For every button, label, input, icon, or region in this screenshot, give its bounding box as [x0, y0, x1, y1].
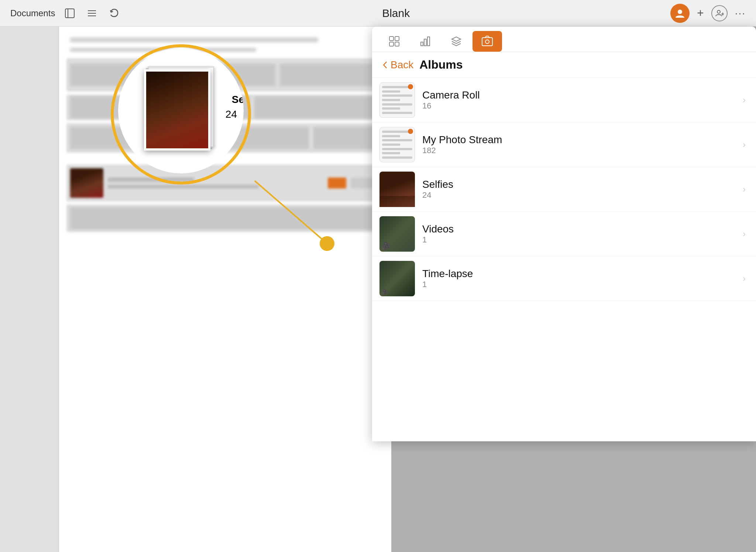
callout-text-count: 24: [223, 107, 240, 122]
panel-title: Albums: [419, 58, 463, 72]
album-info: My Photo Stream 182: [422, 134, 735, 155]
svg-rect-11: [389, 42, 394, 46]
album-count: 182: [422, 146, 735, 155]
add-button[interactable]: +: [697, 6, 704, 20]
album-count: 16: [422, 101, 735, 111]
back-button[interactable]: Back: [382, 59, 413, 71]
album-thumb-time-lapse: [379, 261, 415, 296]
svg-rect-14: [424, 39, 426, 46]
album-thumb-camera-roll: [379, 82, 415, 118]
album-name: Selfies: [422, 179, 735, 190]
top-bar-left: Documents: [10, 6, 121, 21]
undo-button[interactable]: [107, 6, 121, 21]
album-item-time-lapse[interactable]: Time-lapse 1 ›: [372, 256, 756, 301]
album-item-videos[interactable]: 🎥 Videos 1 ›: [372, 212, 756, 256]
top-bar-right: + ···: [670, 4, 746, 23]
thumb-line: [382, 112, 412, 114]
doc-row-4: [66, 204, 384, 232]
album-item-my-photo-stream[interactable]: My Photo Stream 182 ›: [372, 123, 756, 167]
panel-tabs: [372, 27, 756, 52]
tab-grid[interactable]: [379, 31, 409, 52]
album-name: Time-lapse: [422, 268, 735, 280]
thumb-line: [382, 152, 400, 154]
thumb-line: [382, 139, 412, 141]
album-count: 24: [422, 190, 735, 200]
chevron-right-icon: ›: [743, 139, 746, 150]
thumb-line: [382, 99, 400, 101]
album-info: Time-lapse 1: [422, 268, 735, 289]
more-options-button[interactable]: ···: [735, 7, 746, 19]
tab-layers[interactable]: [441, 31, 471, 52]
panel-header: Back Albums: [372, 52, 756, 78]
photo-front: [144, 69, 210, 151]
photo-stack: [144, 66, 218, 155]
thumb-line: [382, 103, 412, 106]
thumb-line: [382, 144, 400, 146]
album-thumb-selfies: [379, 172, 415, 207]
doc-block: [280, 64, 380, 86]
chevron-right-icon: ›: [743, 184, 746, 194]
album-info: Camera Roll 16: [422, 89, 735, 111]
svg-point-17: [485, 40, 489, 44]
tab-chart[interactable]: [410, 31, 440, 52]
thumb-line: [382, 107, 400, 110]
album-name: My Photo Stream: [422, 134, 735, 146]
chevron-right-icon: ›: [743, 95, 746, 105]
thumb-line: [382, 148, 412, 150]
sidebar: [0, 27, 59, 552]
top-bar: Documents Blank: [0, 0, 756, 27]
doc-block: [254, 96, 380, 118]
callout-text-se: Se: [229, 92, 244, 107]
chevron-right-icon: ›: [743, 229, 746, 239]
album-name: Videos: [422, 223, 735, 235]
callout-inner: Se 24: [118, 48, 244, 173]
album-count: 1: [422, 235, 735, 245]
add-person-button[interactable]: [711, 5, 728, 21]
svg-point-5: [678, 10, 682, 14]
svg-rect-16: [482, 38, 492, 46]
album-thumb-my-photo-stream: [379, 127, 415, 162]
svg-rect-12: [395, 42, 399, 46]
svg-rect-15: [427, 37, 430, 46]
album-thumb-videos: 🎥: [379, 216, 415, 252]
list-view-button[interactable]: [85, 6, 99, 21]
album-item-camera-roll[interactable]: Camera Roll 16 ›: [372, 78, 756, 123]
album-count: 1: [422, 280, 735, 289]
album-name: Camera Roll: [422, 89, 735, 101]
thumb-line: [382, 135, 400, 137]
svg-rect-0: [65, 9, 74, 18]
album-item-selfies[interactable]: Selfies 24 ›: [372, 167, 756, 212]
document-title: Blank: [129, 7, 663, 20]
tab-photo[interactable]: [472, 31, 502, 52]
svg-point-6: [717, 10, 720, 13]
album-list: Camera Roll 16 › My Photo Stream 182 ›: [372, 78, 756, 437]
sidebar-toggle-button[interactable]: [62, 6, 77, 21]
thumb-line: [382, 90, 400, 93]
thumb-line: [382, 156, 412, 159]
album-info: Selfies 24: [422, 179, 735, 200]
album-info: Videos 1: [422, 223, 735, 245]
thumb-dot: [408, 84, 413, 89]
user-avatar[interactable]: [670, 4, 690, 23]
thumb-dot: [408, 129, 413, 134]
chevron-right-icon: ›: [743, 273, 746, 284]
doc-block: [313, 127, 380, 149]
doc-block: [70, 207, 380, 230]
thumb-line: [382, 94, 412, 97]
documents-link[interactable]: Documents: [10, 8, 55, 18]
photo-panel: Back Albums Camera Roll 16 ›: [372, 27, 756, 441]
svg-rect-9: [389, 37, 394, 41]
svg-rect-10: [395, 37, 399, 41]
svg-rect-13: [421, 42, 423, 46]
